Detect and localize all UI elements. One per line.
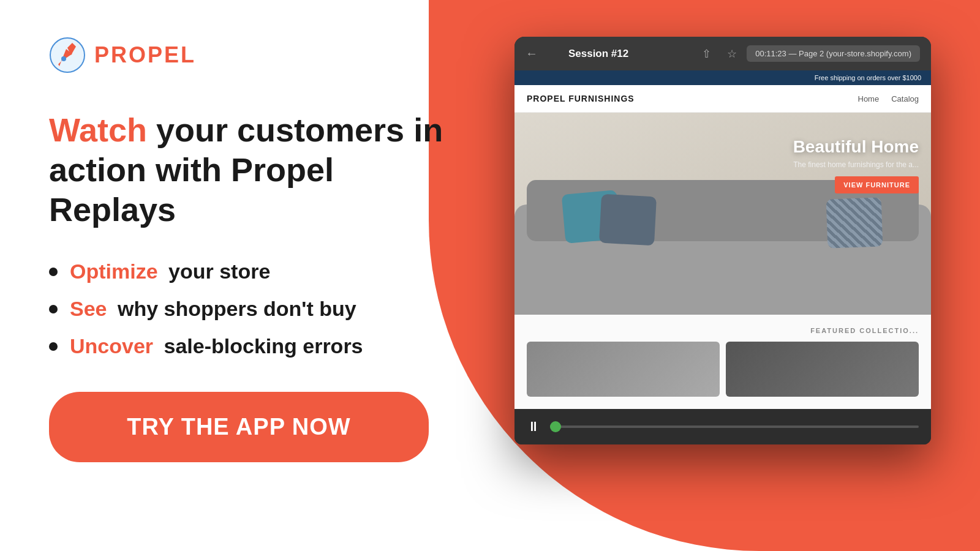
logo-area: PROPEL bbox=[49, 37, 453, 73]
website-content: Free shipping on orders over $1000 PROPE… bbox=[514, 70, 931, 409]
logo-text: PROPEL bbox=[94, 42, 196, 68]
bullet-highlight-1: Optimize bbox=[70, 260, 158, 283]
site-collections: FEATURED COLLECTIO... bbox=[514, 315, 931, 409]
site-nav-home[interactable]: Home bbox=[858, 94, 880, 103]
browser-session-label: Session #12 bbox=[548, 48, 686, 60]
browser-star-icon[interactable]: ☆ bbox=[727, 47, 737, 61]
site-hero: Beautiful Home The finest home furnishin… bbox=[514, 113, 931, 315]
site-brand: PROPEL FURNISHINGS bbox=[527, 94, 635, 103]
bullet-item-1: Optimize your store bbox=[49, 260, 453, 283]
hero-text-overlay: Beautiful Home The finest home furnishin… bbox=[793, 137, 919, 193]
svg-point-1 bbox=[61, 56, 66, 61]
left-panel: PROPEL Watch your customers in action wi… bbox=[0, 0, 502, 551]
bullet-dot-2 bbox=[49, 305, 58, 313]
bullet-highlight-2: See bbox=[70, 297, 107, 320]
browser-toolbar: ← Session #12 ⇧ ☆ 00:11:23 — Page 2 (you… bbox=[514, 37, 931, 70]
right-panel: ← Session #12 ⇧ ☆ 00:11:23 — Page 2 (you… bbox=[429, 0, 980, 551]
pillow-patterned bbox=[826, 197, 883, 248]
bullet-rest-1: your store bbox=[163, 260, 271, 283]
browser-url-bar: 00:11:23 — Page 2 (your-store.shopify.co… bbox=[747, 45, 920, 62]
headline-highlight: Watch bbox=[49, 111, 147, 148]
hero-title: Beautiful Home bbox=[793, 137, 919, 157]
site-nav-links: Home Catalog bbox=[858, 94, 919, 103]
bullet-dot-3 bbox=[49, 342, 58, 351]
browser-controls: ⏸ bbox=[514, 409, 931, 444]
collections-grid bbox=[527, 342, 919, 397]
hero-cta-button[interactable]: VIEW FURNITURE bbox=[835, 176, 919, 193]
bullet-rest-3: sale-blocking errors bbox=[158, 334, 363, 358]
bullet-dot-1 bbox=[49, 268, 58, 276]
browser-back-button[interactable]: ← bbox=[526, 47, 538, 61]
cta-button[interactable]: TRY THE APP NOW bbox=[49, 392, 429, 462]
bullet-item-2: See why shoppers don't buy bbox=[49, 297, 453, 321]
browser-mockup: ← Session #12 ⇧ ☆ 00:11:23 — Page 2 (you… bbox=[514, 37, 931, 444]
progress-bar[interactable] bbox=[550, 425, 919, 428]
collections-title: FEATURED COLLECTIO... bbox=[527, 327, 919, 334]
bullet-rest-2: why shoppers don't buy bbox=[112, 297, 356, 320]
bullet-list: Optimize your store See why shoppers don… bbox=[49, 260, 453, 358]
collection-item-2[interactable] bbox=[726, 342, 919, 397]
site-nav: PROPEL FURNISHINGS Home Catalog bbox=[514, 85, 931, 113]
propel-logo-icon bbox=[49, 37, 86, 73]
progress-indicator bbox=[550, 421, 561, 432]
bullet-item-3: Uncover sale-blocking errors bbox=[49, 334, 453, 358]
site-nav-catalog[interactable]: Catalog bbox=[891, 94, 919, 103]
pause-button[interactable]: ⏸ bbox=[527, 419, 540, 435]
hero-subtitle: The finest home furnishings for the a... bbox=[793, 160, 919, 169]
pillow-dark bbox=[599, 194, 657, 246]
browser-share-icon[interactable]: ⇧ bbox=[702, 47, 711, 61]
collection-item-1[interactable] bbox=[527, 342, 720, 397]
bullet-highlight-3: Uncover bbox=[70, 334, 153, 358]
headline: Watch your customers in action with Prop… bbox=[49, 110, 453, 229]
site-topbar: Free shipping on orders over $1000 bbox=[514, 70, 931, 85]
